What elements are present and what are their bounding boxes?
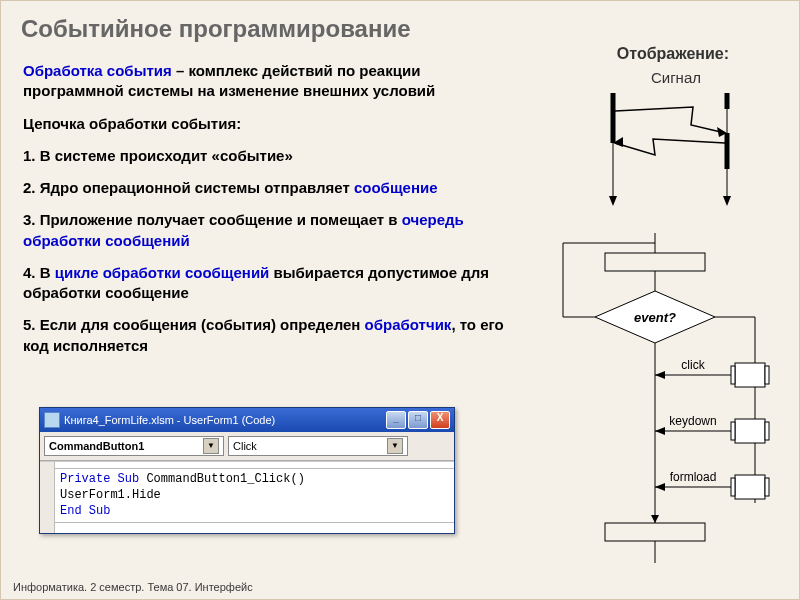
close-button[interactable]: X: [430, 411, 450, 429]
step-1: 1. В системе происходит «событие»: [23, 146, 523, 166]
svg-rect-28: [735, 419, 765, 443]
procedure-dropdown-value: Click: [233, 440, 257, 452]
svg-rect-24: [731, 366, 735, 384]
svg-marker-7: [723, 196, 731, 206]
chevron-down-icon: ▼: [387, 438, 403, 454]
window-icon: [44, 412, 60, 428]
event-click-label: click: [681, 358, 705, 372]
svg-marker-15: [651, 515, 659, 523]
svg-rect-29: [731, 422, 735, 440]
decision-label: event?: [634, 310, 676, 325]
svg-marker-37: [655, 483, 665, 491]
procedure-dropdown[interactable]: Click ▼: [228, 436, 408, 456]
event-keydown-label: keydown: [669, 414, 716, 428]
svg-marker-32: [655, 427, 665, 435]
svg-rect-25: [765, 366, 769, 384]
svg-rect-30: [765, 422, 769, 440]
code-gutter: [40, 462, 55, 533]
code-editor[interactable]: Private Sub CommandButton1_Click() UserF…: [40, 461, 454, 533]
step-5: 5. Если для сообщения (события) определе…: [23, 315, 523, 356]
body-text: Обработка события – комплекс действий по…: [23, 61, 523, 368]
event-formload-label: formload: [670, 470, 717, 484]
code-toolbar: CommandButton1 ▼ Click ▼: [40, 432, 454, 461]
minimize-button[interactable]: _: [386, 411, 406, 429]
svg-rect-33: [735, 475, 765, 499]
window-titlebar: Книга4_FormLife.xlsm - UserForm1 (Code) …: [40, 408, 454, 432]
step-3: 3. Приложение получает сообщение и помещ…: [23, 210, 523, 251]
step-2: 2. Ядро операционной системы отправляет …: [23, 178, 523, 198]
page-title: Событийное программирование: [1, 1, 799, 43]
svg-rect-11: [605, 253, 705, 271]
definition-term: Обработка события: [23, 62, 172, 79]
svg-marker-2: [609, 196, 617, 206]
object-dropdown-value: CommandButton1: [49, 440, 144, 452]
svg-rect-16: [605, 523, 705, 541]
chevron-down-icon: ▼: [203, 438, 219, 454]
step-4: 4. В цикле обработки сообщений выбираетс…: [23, 263, 523, 304]
window-title: Книга4_FormLife.xlsm - UserForm1 (Code): [64, 414, 386, 426]
svg-rect-23: [735, 363, 765, 387]
flowchart: event? click keydown formload: [545, 233, 775, 573]
chain-header: Цепочка обработки события:: [23, 114, 523, 134]
svg-rect-35: [765, 478, 769, 496]
maximize-button[interactable]: □: [408, 411, 428, 429]
object-dropdown[interactable]: CommandButton1 ▼: [44, 436, 224, 456]
svg-marker-27: [655, 371, 665, 379]
signal-label: Сигнал: [651, 69, 701, 86]
footer-text: Информатика. 2 семестр. Тема 07. Интерфе…: [13, 581, 253, 593]
svg-rect-34: [731, 478, 735, 496]
signal-diagram: [593, 93, 747, 208]
vba-code-window: Книга4_FormLife.xlsm - UserForm1 (Code) …: [39, 407, 455, 534]
display-label: Отображение:: [617, 45, 729, 63]
